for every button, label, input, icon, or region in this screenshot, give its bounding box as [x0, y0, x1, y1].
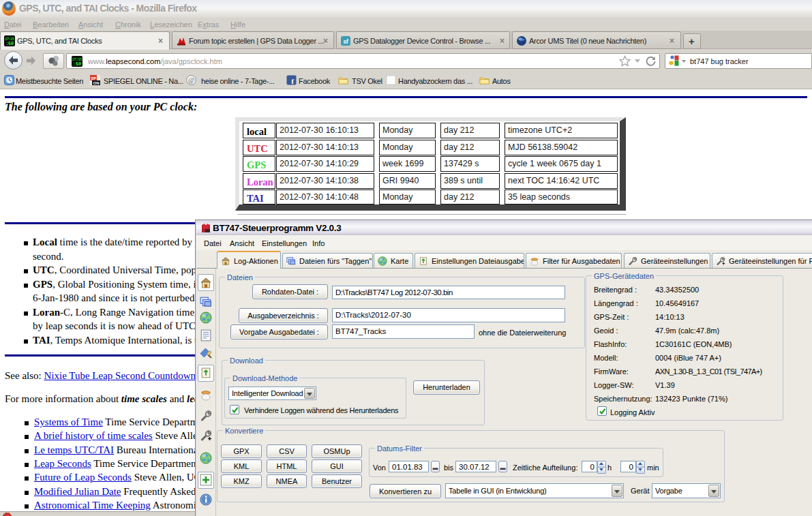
svg-text:f: f [291, 77, 294, 85]
svg-text:sf: sf [344, 38, 348, 45]
svg-text:ON: ON [93, 81, 100, 85]
svg-text:SP: SP [91, 76, 96, 80]
svg-text:@: @ [188, 76, 194, 84]
